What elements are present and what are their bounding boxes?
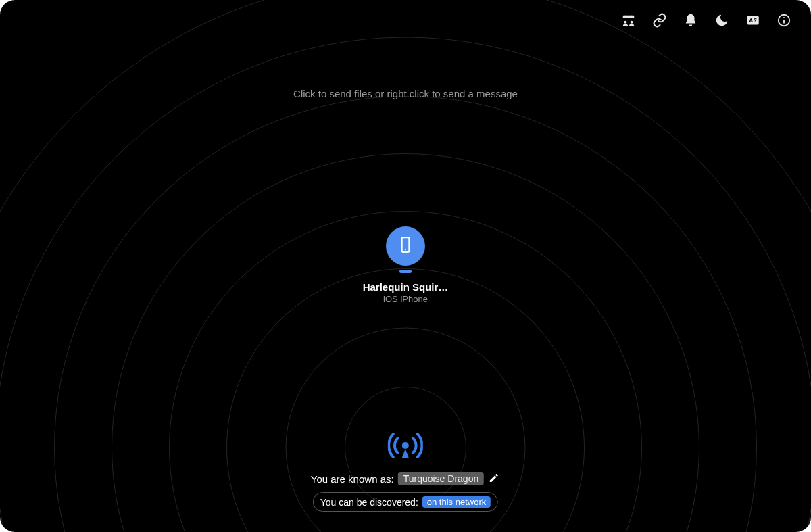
known-as-line: You are known as: Turquoise Dragon <box>311 472 500 485</box>
link-icon <box>652 13 667 28</box>
language-button[interactable] <box>745 12 761 28</box>
svg-point-3 <box>631 16 633 18</box>
discover-scope-chip: on this network <box>422 496 491 508</box>
svg-point-11 <box>405 249 406 250</box>
discoverability-button[interactable]: You can be discovered: on this network <box>313 492 498 512</box>
edit-name-button[interactable] <box>488 473 500 485</box>
svg-point-12 <box>402 442 409 449</box>
peer-device[interactable]: Harlequin Squir… iOS iPhone <box>351 226 460 304</box>
language-icon <box>745 13 760 28</box>
notifications-button[interactable] <box>683 12 699 28</box>
svg-point-1 <box>625 16 626 18</box>
svg-rect-6 <box>747 16 758 25</box>
header-toolbar <box>620 12 792 28</box>
svg-point-2 <box>628 16 629 18</box>
broadcast-icon <box>388 427 423 462</box>
phone-icon <box>397 236 414 256</box>
peer-name: Harlequin Squir… <box>362 281 449 293</box>
app-frame: Click to send files or right click to se… <box>0 0 811 532</box>
peer-device-label: iOS iPhone <box>351 294 460 304</box>
svg-point-9 <box>783 17 785 18</box>
room-icon <box>621 13 636 28</box>
svg-point-5 <box>631 21 633 24</box>
peer-indicator <box>399 270 412 273</box>
known-as-label: You are known as: <box>311 473 394 485</box>
discover-label: You can be discovered: <box>320 497 418 508</box>
moon-icon <box>714 13 729 28</box>
pencil-icon <box>489 473 499 485</box>
pair-button[interactable] <box>652 12 668 28</box>
bell-icon <box>683 13 698 28</box>
room-button[interactable] <box>620 12 637 28</box>
about-button[interactable] <box>776 12 792 28</box>
peer-avatar <box>386 226 425 266</box>
display-name-chip: Turquoise Dragon <box>398 472 485 485</box>
info-icon <box>777 13 791 28</box>
self-panel: You are known as: Turquoise Dragon You c… <box>311 427 500 512</box>
instruction-text: Click to send files or right click to se… <box>0 88 811 99</box>
svg-point-4 <box>624 21 626 24</box>
theme-button[interactable] <box>714 12 730 28</box>
